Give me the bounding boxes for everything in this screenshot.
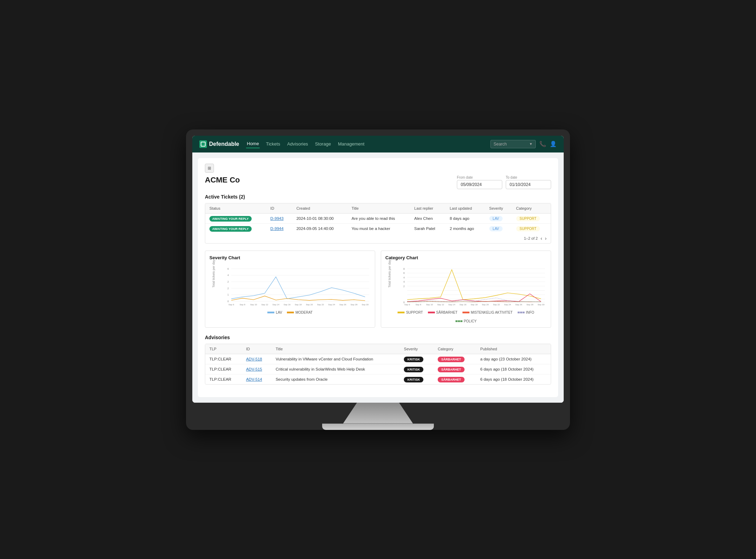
adv-category-2: SÅRBARHET (433, 374, 476, 384)
ticket-replier-1: Sarah Patel (410, 223, 446, 233)
category-y-label: Total tickets per day (388, 260, 391, 288)
adv-tlp-0: TLP:CLEAR (205, 354, 242, 364)
svg-text:6: 6 (228, 267, 229, 270)
severity-chart-svg: 6 4 2 2 1 0 (222, 263, 371, 308)
sarbarhet-badge-1: SÅRBARHET (438, 367, 465, 372)
category-chart: Category Chart Total tickets per day (381, 251, 551, 328)
svg-text:Sep 28: Sep 28 (526, 303, 533, 305)
nav-links: Home Tickets Advisories Storage Manageme… (246, 140, 365, 148)
svg-text:Sep 18: Sep 18 (470, 303, 477, 305)
svg-text:Sep 30: Sep 30 (538, 303, 544, 305)
search-box[interactable]: Search ▼ (490, 140, 536, 148)
ticket-title-1: You must be a hacker (347, 223, 410, 233)
severity-y-label: Total tickets per day (212, 260, 215, 288)
svg-text:Sep 6: Sep 6 (229, 303, 235, 305)
severity-legend: LAV MODERAT (209, 311, 371, 314)
svg-text:Sep 16: Sep 16 (284, 303, 291, 305)
nav-tickets[interactable]: Tickets (265, 140, 281, 148)
awaiting-badge-1: AWAITING YOUR REPLY (209, 226, 252, 232)
info-line (518, 312, 525, 313)
next-page-button[interactable]: › (545, 236, 547, 241)
svg-text:Sep 26: Sep 26 (515, 303, 522, 305)
logo-icon (199, 140, 207, 148)
category-legend: SUPPORT SÅRBARHET MISTENKELIG AKTIVITET (385, 311, 547, 323)
to-date-input[interactable] (506, 180, 551, 189)
legend-moderat: MODERAT (287, 311, 312, 314)
tickets-table-container: Status ID Created Title Last replier Las… (205, 203, 551, 244)
svg-text:Sep 24: Sep 24 (504, 303, 511, 305)
sarbarhet-badge-0: SÅRBARHET (438, 357, 465, 362)
user-icon[interactable]: 👤 (550, 141, 557, 147)
grid-icon[interactable]: ⊞ (205, 164, 214, 173)
svg-text:Sep 20: Sep 20 (306, 303, 313, 305)
legend-lav: LAV (267, 311, 282, 314)
main-content: ⊞ ACME Co From date To date (198, 158, 558, 397)
support-badge-1: SUPPORT (516, 226, 540, 231)
svg-text:2: 2 (228, 281, 229, 283)
logo-text: Defendable (209, 141, 239, 147)
ticket-status-1: AWAITING YOUR REPLY (205, 223, 266, 233)
svg-text:Sep 10: Sep 10 (250, 303, 257, 305)
charts-row: Severity Chart Total tickets per day (205, 251, 551, 328)
ticket-created-0: 2024-10-01 08:30:00 (292, 213, 347, 223)
table-row: TLP:CLEAR ADV-514 Security updates from … (205, 374, 551, 384)
prev-page-button[interactable]: ‹ (541, 236, 542, 241)
sarbarhet-legend-label: SÅRBARHET (436, 311, 458, 314)
svg-text:6: 6 (403, 272, 405, 275)
search-dropdown-icon[interactable]: ▼ (529, 142, 533, 146)
svg-text:Sep 14: Sep 14 (449, 303, 455, 305)
col-status: Status (205, 203, 266, 214)
kritisk-badge-2: KRITISK (404, 377, 423, 382)
awaiting-badge-0: AWAITING YOUR REPLY (209, 216, 252, 222)
logo: Defendable (199, 140, 239, 148)
col-title: Title (347, 203, 410, 214)
legend-policy: POLICY (455, 319, 477, 323)
col-last-updated: Last updated (445, 203, 485, 214)
category-chart-svg: 8 6 4 4 2 0 (398, 263, 547, 308)
svg-text:2: 2 (403, 285, 405, 288)
table-row: AWAITING YOUR REPLY D-9944 2024-09-05 14… (205, 223, 551, 233)
table-row: AWAITING YOUR REPLY D-9943 2024-10-01 08… (205, 213, 551, 223)
policy-line (455, 320, 462, 322)
adv-id-0[interactable]: ADV-518 (242, 354, 272, 364)
nav-home[interactable]: Home (246, 140, 260, 148)
tickets-table: Status ID Created Title Last replier Las… (205, 203, 551, 233)
sarbarhet-badge-2: SÅRBARHET (438, 377, 465, 382)
col-category: Category (512, 203, 551, 214)
page-title: ACME Co (205, 176, 240, 185)
ticket-id-1[interactable]: D-9944 (266, 223, 292, 233)
svg-text:2: 2 (228, 287, 229, 290)
monitor-stand (343, 403, 413, 424)
ticket-title-0: Are you able to read this (347, 213, 410, 223)
adv-title-0: Vulnerability in VMware vCenter and Clou… (272, 354, 400, 364)
adv-tlp-1: TLP:CLEAR (205, 364, 242, 374)
svg-text:Sep 28: Sep 28 (350, 303, 357, 305)
adv-category-0: SÅRBARHET (433, 354, 476, 364)
sarbarhet-line (428, 312, 435, 313)
adv-severity-1: KRITISK (400, 364, 433, 374)
adv-id-2[interactable]: ADV-514 (242, 374, 272, 384)
search-placeholder: Search (494, 142, 507, 147)
svg-text:4: 4 (403, 276, 405, 279)
ticket-category-1: SUPPORT (512, 223, 551, 233)
adv-col-tlp: TLP (205, 344, 242, 354)
phone-icon[interactable]: 📞 (539, 141, 546, 147)
ticket-id-0[interactable]: D-9943 (266, 213, 292, 223)
adv-id-1[interactable]: ADV-515 (242, 364, 272, 374)
svg-text:Sep 18: Sep 18 (295, 303, 302, 305)
svg-text:Sep 10: Sep 10 (426, 303, 433, 305)
nav-management[interactable]: Management (337, 140, 365, 148)
nav-advisories[interactable]: Advisories (287, 140, 309, 148)
adv-col-category: Category (433, 344, 476, 354)
adv-severity-2: KRITISK (400, 374, 433, 384)
moderat-label: MODERAT (295, 311, 312, 314)
advisories-section: Advisories TLP ID Title Severity Categor… (205, 335, 551, 385)
ticket-replier-0: Alex Chen (410, 213, 446, 223)
category-chart-area: Total tickets per day (385, 263, 547, 308)
nav-storage[interactable]: Storage (314, 140, 332, 148)
mistenkelig-line (462, 312, 469, 313)
col-last-replier: Last replier (410, 203, 446, 214)
from-date-input[interactable] (457, 180, 502, 189)
support-line (398, 312, 405, 313)
advisories-title: Advisories (205, 335, 551, 340)
